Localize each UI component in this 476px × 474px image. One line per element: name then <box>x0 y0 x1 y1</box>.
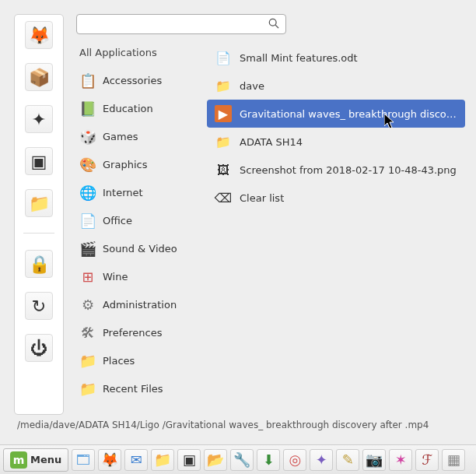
category-label: Graphics <box>103 159 147 170</box>
category-office[interactable]: 📄Office <box>76 206 201 234</box>
adata-sh14-icon: 📁 <box>215 133 232 150</box>
category-label: Internet <box>103 187 143 198</box>
taskbar-chrome[interactable]: ◎ <box>283 449 306 471</box>
favorite-terminal[interactable]: ▣ <box>25 147 53 175</box>
category-preferences[interactable]: 🛠Preferences <box>76 318 201 346</box>
menu-button-label: Menu <box>30 454 61 465</box>
category-administration[interactable]: ⚙Administration <box>76 290 201 318</box>
result-label: Small Mint features.odt <box>240 52 358 64</box>
taskbar-notes[interactable]: ✎ <box>336 449 359 471</box>
taskbar-calendar[interactable]: ▦ <box>442 449 465 471</box>
result-label: Screenshot from 2018-02-17 10-48-43.png <box>240 164 457 176</box>
category-recent-files[interactable]: 📁Recent Files <box>76 374 201 402</box>
screenshot-icon: 🖼 <box>215 161 232 178</box>
gravitational-waves-icon: ▶ <box>215 105 232 122</box>
category-label: Recent Files <box>103 383 163 395</box>
taskbar-camera[interactable]: 📷 <box>362 449 386 471</box>
education-icon: 📗 <box>79 100 96 117</box>
taskbar-app-pink[interactable]: ✶ <box>389 449 412 471</box>
taskbar-files[interactable]: 📁 <box>151 449 174 471</box>
result-gravitational-waves[interactable]: ▶Gravitational waves_ breakthrough disco… <box>207 100 465 128</box>
taskbar-torrent[interactable]: ⬇ <box>257 449 280 471</box>
category-label: Games <box>103 131 138 142</box>
sound-video-icon: 🎬 <box>79 240 96 257</box>
system-lock[interactable]: 🔒 <box>25 250 53 278</box>
categories-list: All Applications 📋Accessories📗Education🎲… <box>76 44 201 415</box>
mint-menu-window: 🦊📦✦▣📁🔒↻⏻ All Applications 📋Accessories📗E… <box>14 14 470 415</box>
accessories-icon: 📋 <box>79 72 96 89</box>
category-sound-video[interactable]: 🎬Sound & Video <box>76 234 201 262</box>
taskbar-show-desktop[interactable]: 🗔 <box>72 449 95 471</box>
category-games[interactable]: 🎲Games <box>76 122 201 150</box>
category-label: Wine <box>103 271 128 283</box>
taskbar-files2[interactable]: 📂 <box>204 449 227 471</box>
taskbar: m Menu 🗔🦊✉📁▣📂🔧⬇◎✦✎📷✶ℱ▦ <box>0 444 476 474</box>
clear-list-icon: ⌫ <box>215 189 232 206</box>
internet-icon: 🌐 <box>79 184 96 201</box>
folder-dave-icon: 📁 <box>215 77 232 94</box>
result-label: dave <box>240 80 264 92</box>
taskbar-compass[interactable]: ✦ <box>310 449 333 471</box>
result-label: Gravitational waves_ breakthrough disco… <box>240 108 457 120</box>
menu-columns: All Applications 📋Accessories📗Education🎲… <box>76 44 465 415</box>
favorite-software[interactable]: ✦ <box>25 105 53 133</box>
category-label: Education <box>103 103 153 114</box>
category-places[interactable]: 📁Places <box>76 346 201 374</box>
category-graphics[interactable]: 🎨Graphics <box>76 150 201 178</box>
wine-icon: ⊞ <box>79 268 96 285</box>
office-icon: 📄 <box>79 212 96 229</box>
svg-line-1 <box>275 25 278 28</box>
taskbar-app-red[interactable]: ℱ <box>415 449 439 471</box>
result-label: Clear list <box>240 192 284 204</box>
taskbar-tools[interactable]: 🔧 <box>230 449 254 471</box>
category-label: Administration <box>103 299 177 311</box>
favorite-firefox[interactable]: 🦊 <box>25 21 53 49</box>
places-icon: 📁 <box>79 352 96 369</box>
favorite-files[interactable]: 📁 <box>25 189 53 217</box>
result-adata-sh14[interactable]: 📁ADATA SH14 <box>207 128 465 156</box>
taskbar-terminal[interactable]: ▣ <box>177 449 201 471</box>
taskbar-thunderbird[interactable]: ✉ <box>124 449 148 471</box>
system-shutdown[interactable]: ⏻ <box>25 334 53 362</box>
category-label: Sound & Video <box>103 243 177 255</box>
category-label: Accessories <box>103 75 162 86</box>
favorite-package[interactable]: 📦 <box>25 63 53 91</box>
menu-main-column: All Applications 📋Accessories📗Education🎲… <box>64 14 470 415</box>
recent-files-icon: 📁 <box>79 380 96 397</box>
result-folder-dave[interactable]: 📁dave <box>207 72 465 100</box>
category-label: Places <box>103 355 135 367</box>
category-wine[interactable]: ⊞Wine <box>76 262 201 290</box>
graphics-icon: 🎨 <box>79 156 96 173</box>
system-logout[interactable]: ↻ <box>25 292 53 320</box>
category-label: Preferences <box>103 327 162 339</box>
search-icon <box>268 18 279 31</box>
games-icon: 🎲 <box>79 128 96 145</box>
category-accessories[interactable]: 📋Accessories <box>76 66 201 94</box>
category-label: Office <box>103 215 132 226</box>
status-bar-path: /media/dave/ADATA SH14/Ligo /Gravitation… <box>14 415 470 435</box>
category-education[interactable]: 📗Education <box>76 94 201 122</box>
favorites-divider <box>23 233 54 234</box>
result-clear-list[interactable]: ⌫Clear list <box>207 184 465 212</box>
small-mint-features-icon: 📄 <box>215 49 232 66</box>
result-label: ADATA SH14 <box>240 136 303 148</box>
search-input[interactable] <box>76 14 286 34</box>
svg-point-0 <box>269 19 276 26</box>
category-internet[interactable]: 🌐Internet <box>76 178 201 206</box>
preferences-icon: 🛠 <box>79 324 96 341</box>
favorites-column: 🦊📦✦▣📁🔒↻⏻ <box>14 14 64 415</box>
taskbar-firefox[interactable]: 🦊 <box>98 449 121 471</box>
result-screenshot[interactable]: 🖼Screenshot from 2018-02-17 10-48-43.png <box>207 156 465 184</box>
mint-logo-icon: m <box>10 451 27 469</box>
all-applications[interactable]: All Applications <box>76 44 201 66</box>
administration-icon: ⚙ <box>79 296 96 313</box>
search-row <box>76 14 465 44</box>
menu-button[interactable]: m Menu <box>3 448 68 472</box>
recent-files-list: 📄Small Mint features.odt📁dave▶Gravitatio… <box>201 44 465 415</box>
result-small-mint-features[interactable]: 📄Small Mint features.odt <box>207 44 465 72</box>
